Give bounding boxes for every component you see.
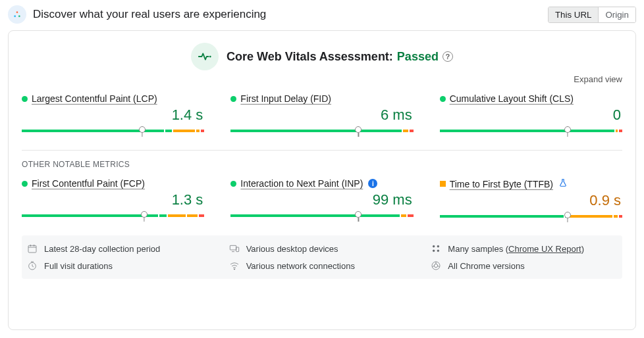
divider [22, 150, 622, 151]
metric-value: 0.9 s [440, 192, 622, 209]
distribution-bar [230, 211, 413, 220]
status-good-icon [440, 96, 446, 102]
status-good-icon [22, 181, 28, 187]
metric-head: Interaction to Next Paint (INP)i [230, 178, 413, 189]
samples-icon [431, 243, 441, 254]
other-metrics-grid: First Contentful Paint (FCP)1.3 sInterac… [22, 178, 622, 221]
metric-head: First Input Delay (FID) [230, 93, 413, 104]
metric-head: First Contentful Paint (FCP) [22, 178, 204, 189]
gauge-icon [8, 5, 26, 24]
metric: Largest Contentful Paint (LCP)1.4 s [22, 93, 204, 135]
distribution-bar [440, 126, 622, 135]
svg-point-7 [433, 245, 435, 247]
core-metrics-grid: Largest Contentful Paint (LCP)1.4 sFirst… [22, 93, 622, 135]
threshold-marker-icon [139, 126, 146, 133]
distribution-bar [440, 212, 622, 221]
other-metrics-label: OTHER NOTABLE METRICS [22, 160, 622, 169]
svg-point-3 [209, 56, 211, 58]
assessment-status: Passed [397, 50, 439, 64]
info-footer: Latest 28-day collection period Various … [22, 235, 622, 279]
svg-rect-6 [236, 247, 238, 252]
metric-value: 0 [440, 107, 622, 124]
metric-head: Largest Contentful Paint (LCP) [22, 93, 204, 104]
wifi-icon [229, 260, 240, 271]
metric: Interaction to Next Paint (INP)i99 ms [230, 178, 413, 221]
threshold-marker-icon [141, 211, 148, 218]
toggle-this-url[interactable]: This URL [549, 7, 599, 22]
metric: First Contentful Paint (FCP)1.3 s [22, 178, 204, 221]
scope-toggle: This URL Origin [548, 7, 636, 23]
svg-point-10 [437, 250, 439, 252]
info-devices: Various desktop devices [229, 243, 416, 254]
info-samples: Many samples (Chrome UX Report) [431, 243, 617, 254]
metric-value: 1.4 s [22, 107, 204, 124]
chrome-icon [431, 260, 441, 271]
distribution-bar [230, 126, 413, 135]
threshold-marker-icon [355, 211, 362, 218]
experimental-icon[interactable] [558, 178, 568, 189]
assessment-label: Core Web Vitals Assessment: [227, 50, 393, 64]
metric-value: 1.3 s [22, 191, 204, 208]
clock-icon [27, 260, 38, 271]
metric-value: 99 ms [230, 191, 413, 208]
info-period: Latest 28-day collection period [27, 243, 213, 254]
svg-point-0 [16, 11, 18, 13]
expand-view-link[interactable]: Expand view [22, 74, 622, 84]
svg-point-12 [234, 269, 234, 270]
threshold-marker-icon [564, 212, 571, 218]
assessment-row: Core Web Vitals Assessment: Passed ? [22, 43, 622, 70]
metric: First Input Delay (FID)6 ms [230, 93, 413, 135]
crux-report-link[interactable]: Chrome UX Report [508, 244, 581, 254]
info-badge-icon[interactable]: i [368, 179, 377, 188]
info-versions: All Chrome versions [431, 260, 617, 271]
toggle-origin[interactable]: Origin [599, 7, 635, 22]
threshold-marker-icon [355, 126, 362, 133]
info-durations: Full visit durations [27, 260, 213, 271]
threshold-marker-icon [564, 126, 571, 133]
metric-head: Cumulative Layout Shift (CLS) [440, 93, 622, 104]
help-icon[interactable]: ? [443, 51, 453, 62]
pulse-icon [191, 43, 219, 70]
svg-point-8 [437, 245, 439, 247]
metric-name-link[interactable]: Largest Contentful Paint (LCP) [32, 93, 157, 104]
svg-point-2 [18, 15, 20, 17]
calendar-icon [27, 243, 38, 254]
metric-name-link[interactable]: Interaction to Next Paint (INP) [240, 178, 363, 189]
status-good-icon [230, 181, 236, 187]
svg-point-1 [14, 15, 16, 17]
metric-head: Time to First Byte (TTFB) [440, 178, 622, 189]
metric-name-link[interactable]: First Input Delay (FID) [240, 93, 331, 104]
svg-rect-5 [230, 245, 236, 250]
metric: Cumulative Layout Shift (CLS)0 [440, 93, 622, 135]
status-warn-icon [440, 181, 446, 187]
svg-point-14 [435, 264, 438, 267]
svg-rect-4 [28, 245, 36, 253]
distribution-bar [22, 126, 204, 135]
vitals-card: Core Web Vitals Assessment: Passed ? Exp… [8, 30, 636, 330]
metric-name-link[interactable]: Time to First Byte (TTFB) [450, 179, 553, 189]
metric-value: 6 ms [230, 107, 413, 124]
page-title: Discover what your real users are experi… [33, 8, 541, 21]
status-good-icon [22, 96, 28, 102]
metric-name-link[interactable]: First Contentful Paint (FCP) [32, 178, 145, 189]
info-network: Various network connections [229, 260, 416, 271]
distribution-bar [22, 211, 204, 220]
status-good-icon [230, 96, 236, 102]
svg-point-9 [433, 250, 435, 252]
metric: Time to First Byte (TTFB)0.9 s [440, 178, 622, 221]
devices-icon [229, 243, 240, 254]
metric-name-link[interactable]: Cumulative Layout Shift (CLS) [450, 93, 574, 104]
